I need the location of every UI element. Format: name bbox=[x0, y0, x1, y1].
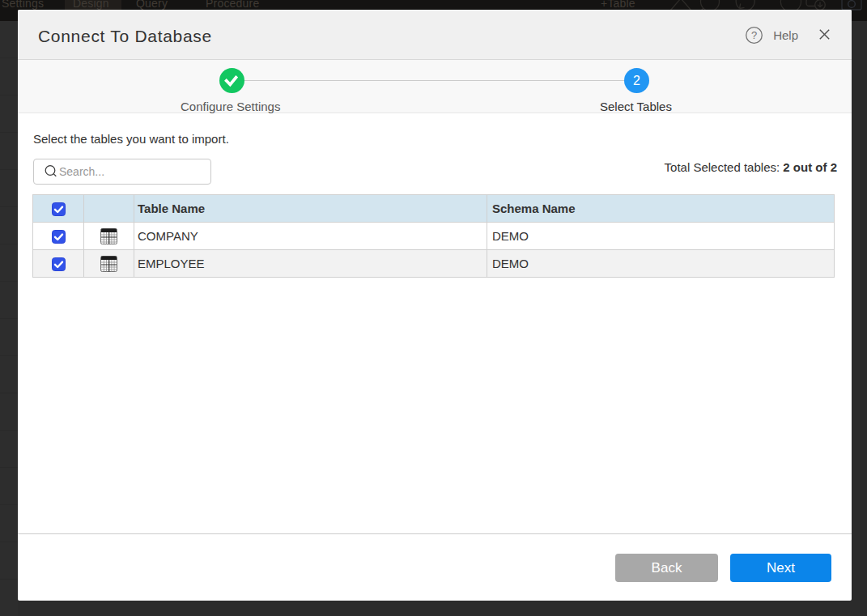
svg-text:?: ? bbox=[751, 29, 757, 41]
